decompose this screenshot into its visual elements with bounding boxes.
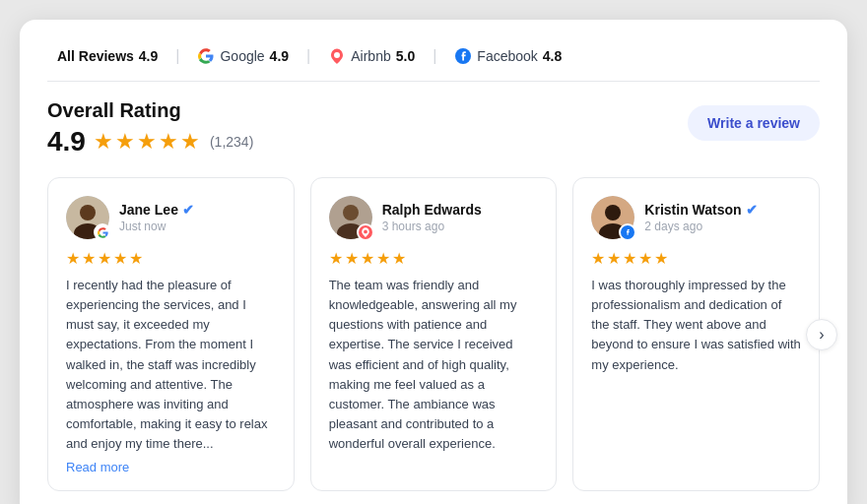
overall-heading: Overall Rating bbox=[47, 99, 253, 122]
reviewer-info-3: Kristin Watson ✔ 2 days ago bbox=[644, 202, 801, 233]
platform-badge-1 bbox=[94, 223, 111, 241]
star-2: ★ bbox=[115, 129, 135, 155]
airbnb-icon bbox=[328, 47, 346, 65]
overall-score: 4.9 bbox=[47, 126, 86, 158]
review-time-2: 3 hours ago bbox=[382, 220, 539, 233]
platform-badge-2 bbox=[357, 223, 374, 241]
review-card-1: Jane Lee ✔ Just now ★ ★ ★ ★ ★ I recently… bbox=[47, 177, 295, 491]
tab-airbnb-label: Airbnb bbox=[351, 48, 390, 64]
review-text-3: I was thoroughly impressed by the profes… bbox=[591, 276, 801, 474]
overall-left: Overall Rating 4.9 ★ ★ ★ ★ ★ (1,234) bbox=[47, 99, 253, 158]
reviewer-name-3: Kristin Watson ✔ bbox=[644, 202, 801, 218]
review-stars-3: ★ ★ ★ ★ ★ bbox=[591, 249, 801, 268]
platform-badge-3 bbox=[619, 223, 636, 241]
tab-divider-2: | bbox=[306, 47, 310, 65]
review-stars-2: ★ ★ ★ ★ ★ bbox=[329, 249, 539, 268]
tab-google-rating: 4.9 bbox=[270, 48, 289, 64]
reviewer-info-1: Jane Lee ✔ Just now bbox=[119, 202, 276, 233]
overall-section: Overall Rating 4.9 ★ ★ ★ ★ ★ (1,234) Wri… bbox=[47, 99, 820, 158]
google-icon bbox=[197, 47, 215, 65]
tab-airbnb[interactable]: Airbnb 5.0 bbox=[318, 43, 425, 69]
star-4: ★ bbox=[159, 129, 178, 155]
svg-point-5 bbox=[343, 205, 359, 220]
review-stars-1: ★ ★ ★ ★ ★ bbox=[66, 249, 276, 268]
reviewer-header-3: Kristin Watson ✔ 2 days ago bbox=[591, 196, 801, 239]
svg-point-8 bbox=[605, 205, 621, 220]
tab-divider-1: | bbox=[175, 47, 179, 65]
facebook-icon bbox=[454, 47, 472, 65]
verified-icon-1: ✔ bbox=[182, 202, 194, 218]
reviewer-name-1: Jane Lee ✔ bbox=[119, 202, 276, 218]
tab-all-label: All Reviews bbox=[57, 48, 134, 64]
read-more-link-1[interactable]: Read more bbox=[66, 460, 276, 474]
reviewer-header-1: Jane Lee ✔ Just now bbox=[66, 196, 276, 239]
avatar-wrap-1 bbox=[66, 196, 109, 239]
write-review-button[interactable]: Write a review bbox=[688, 105, 820, 141]
review-text-2: The team was friendly and knowledgeable,… bbox=[329, 276, 539, 474]
next-arrow-button[interactable]: › bbox=[806, 319, 837, 350]
review-count: (1,234) bbox=[210, 134, 253, 150]
tab-google[interactable]: Google 4.9 bbox=[187, 43, 299, 69]
overall-stars: ★ ★ ★ ★ ★ bbox=[94, 129, 200, 155]
review-text-1: I recently had the pleasure of experienc… bbox=[66, 276, 276, 454]
tab-all-rating: 4.9 bbox=[139, 48, 158, 64]
reviews-container: Jane Lee ✔ Just now ★ ★ ★ ★ ★ I recently… bbox=[47, 177, 820, 491]
reviewer-header-2: Ralph Edwards 3 hours ago bbox=[329, 196, 539, 239]
tab-facebook-label: Facebook bbox=[477, 48, 537, 64]
reviews-widget: All Reviews 4.9 | Google 4.9 | bbox=[20, 20, 847, 504]
review-time-1: Just now bbox=[119, 220, 276, 233]
tab-all-reviews[interactable]: All Reviews 4.9 bbox=[47, 44, 167, 68]
review-card-3: Kristin Watson ✔ 2 days ago ★ ★ ★ ★ ★ I … bbox=[572, 177, 820, 491]
tab-airbnb-rating: 5.0 bbox=[396, 48, 415, 64]
reviewer-name-2: Ralph Edwards bbox=[382, 202, 539, 218]
star-5: ★ bbox=[180, 129, 200, 155]
verified-icon-3: ✔ bbox=[746, 202, 758, 218]
tab-facebook[interactable]: Facebook 4.8 bbox=[444, 43, 571, 69]
avatar-wrap-3 bbox=[591, 196, 634, 239]
review-card-2: Ralph Edwards 3 hours ago ★ ★ ★ ★ ★ The … bbox=[310, 177, 558, 491]
overall-score-row: 4.9 ★ ★ ★ ★ ★ (1,234) bbox=[47, 126, 253, 158]
svg-point-2 bbox=[80, 205, 96, 220]
reviewer-info-2: Ralph Edwards 3 hours ago bbox=[382, 202, 539, 233]
tab-google-label: Google bbox=[220, 48, 264, 64]
tab-divider-3: | bbox=[433, 47, 436, 65]
star-3: ★ bbox=[137, 129, 157, 155]
tab-facebook-rating: 4.8 bbox=[543, 48, 562, 64]
review-time-3: 2 days ago bbox=[644, 220, 801, 233]
tabs-bar: All Reviews 4.9 | Google 4.9 | bbox=[47, 43, 820, 82]
star-1: ★ bbox=[94, 129, 113, 155]
avatar-wrap-2 bbox=[329, 196, 372, 239]
